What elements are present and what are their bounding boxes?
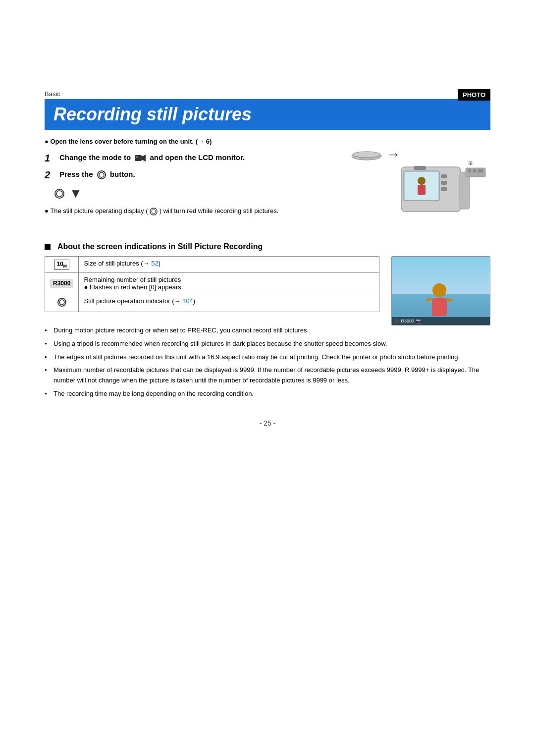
video-camera-icon [135, 154, 146, 162]
step-1-number: 1 [45, 152, 56, 164]
camera-illustration: → [337, 147, 490, 231]
step-1: 1 Change the mode to and open the LCD mo… [45, 152, 327, 164]
preview-overlay-text: 🎥 R3000 📷 [394, 319, 421, 324]
svg-rect-0 [135, 155, 142, 161]
list-item: Using a tripod is recommended when recor… [45, 339, 490, 349]
svg-point-6 [56, 191, 62, 197]
photo-badge: PHOTO [458, 89, 490, 101]
list-item: During motion picture recording or when … [45, 325, 490, 336]
svg-rect-16 [418, 185, 426, 195]
svg-marker-1 [142, 155, 146, 162]
svg-rect-18 [441, 181, 447, 185]
page-container: Basic PHOTO Recording still pictures ● O… [0, 0, 535, 756]
section-heading: About the screen indications in Still Pi… [45, 242, 490, 251]
page-number: - 25 - [45, 419, 490, 427]
icon-cell-r3000: R3000 [45, 273, 79, 294]
shutter-note: ● The still picture operating display ( … [45, 206, 327, 216]
list-item: Maximum number of recordable pictures th… [45, 365, 490, 386]
svg-rect-23 [414, 166, 426, 170]
table-row: R3000 Remaining number of still pictures… [45, 273, 379, 294]
svg-rect-26 [473, 169, 476, 172]
icon-cell-10m: 10M [45, 257, 79, 273]
step-2: 2 Press the button. [45, 169, 327, 181]
indications-table: 10M Size of still pictures (→ 52) R3000 … [45, 256, 379, 312]
svg-rect-17 [441, 174, 447, 178]
step-1-text: Change the mode to and open the LCD moni… [59, 152, 245, 162]
svg-rect-2 [136, 156, 138, 158]
photo-button-icon [97, 170, 106, 179]
table-row: 10M Size of still pictures (→ 52) [45, 257, 379, 273]
steps-column: 1 Change the mode to and open the LCD mo… [45, 152, 327, 216]
10m-badge: 10M [54, 260, 69, 270]
svg-text:⊞: ⊞ [468, 160, 473, 166]
page-title: Recording still pictures [54, 104, 482, 125]
indications-section: 10M Size of still pictures (→ 52) R3000 … [45, 256, 490, 325]
shutter-note-icon [150, 208, 158, 216]
section-marker [45, 244, 51, 250]
svg-point-10 [353, 152, 380, 158]
svg-rect-27 [478, 169, 483, 172]
svg-rect-19 [441, 187, 447, 191]
open-lens-note: ● Open the lens cover before turning on … [45, 138, 490, 145]
r3000-badge: R3000 [50, 279, 73, 288]
step-2-text: Press the button. [59, 169, 135, 179]
camera-diagram: → [337, 147, 490, 233]
svg-rect-22 [460, 172, 470, 209]
desc-cell-camera: Still picture operation indicator (→ 104… [79, 294, 379, 312]
svg-point-30 [59, 300, 64, 305]
title-bar: Recording still pictures [45, 99, 490, 130]
camera-indicator-icon [57, 297, 67, 307]
table-row: Still picture operation indicator (→ 104… [45, 294, 379, 312]
desc-cell-r3000: Remaining number of still pictures ● Fla… [79, 273, 379, 294]
svg-rect-25 [468, 169, 471, 172]
svg-text:→: → [386, 147, 400, 162]
step-2-number: 2 [45, 169, 56, 181]
down-arrow-icon: ▼ [69, 186, 82, 201]
steps-and-diagram: 1 Change the mode to and open the LCD mo… [45, 152, 490, 233]
svg-point-4 [99, 172, 104, 177]
icon-cell-camera [45, 294, 79, 312]
notes-list: During motion picture recording or when … [45, 325, 490, 399]
shutter-icon [54, 189, 64, 199]
svg-point-15 [418, 177, 426, 185]
preview-image: 🎥 R3000 📷 [391, 256, 490, 325]
basic-label: Basic [45, 90, 60, 98]
desc-cell-10m: Size of still pictures (→ 52) [79, 257, 379, 273]
list-item: The edges of still pictures recorded on … [45, 352, 490, 363]
svg-point-8 [152, 210, 156, 214]
svg-point-7 [150, 208, 157, 215]
list-item: The recording time may be long depending… [45, 389, 490, 399]
